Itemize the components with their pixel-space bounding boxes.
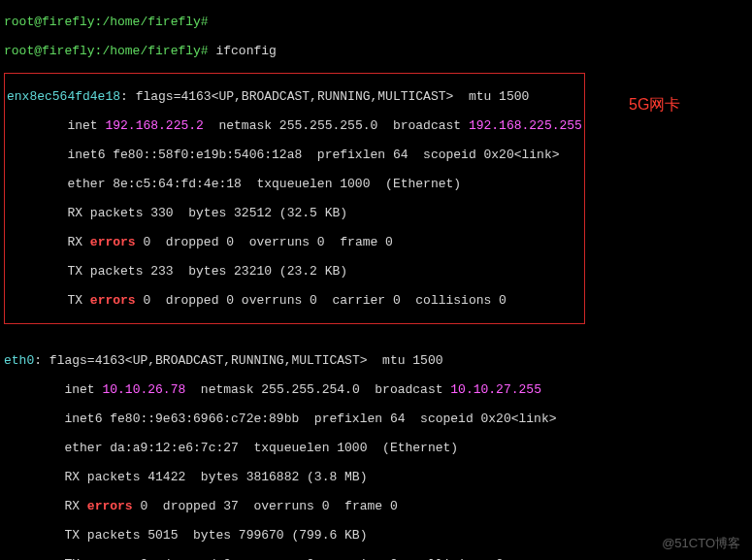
iface-flags: flags=4163<UP,BROADCAST,RUNNING,MULTICAS… bbox=[128, 89, 529, 104]
ip-address: 10.10.26.78 bbox=[102, 382, 185, 397]
rx-errors-line: RX errors 0 dropped 0 overruns 0 frame 0 bbox=[7, 235, 582, 249]
rx-errors-line: RX errors 0 dropped 37 overruns 0 frame … bbox=[4, 499, 748, 513]
inet-line: inet 192.168.225.2 netmask 255.255.255.0… bbox=[7, 118, 582, 133]
prompt: root@firefly:/home/firefly# bbox=[4, 15, 215, 29]
watermark: @51CTO博客 bbox=[662, 536, 740, 550]
prompt-line-1: root@firefly:/home/firefly# bbox=[4, 15, 748, 29]
tx-packets-line: TX packets 5015 bytes 799670 (799.6 KB) bbox=[4, 528, 748, 543]
broadcast-address: 10.10.27.255 bbox=[450, 382, 541, 397]
broadcast-address: 192.168.225.255 bbox=[469, 118, 582, 133]
tx-errors-line: TX errors 0 dropped 0 overruns 0 carrier… bbox=[7, 293, 582, 308]
iface-header: enx8ec564fd4e18: flags=4163<UP,BROADCAST… bbox=[7, 89, 582, 104]
inet6-line: inet6 fe80::9e63:6966:c72e:89bb prefixle… bbox=[4, 412, 748, 426]
ether-line: ether 8e:c5:64:fd:4e:18 txqueuelen 1000 … bbox=[7, 177, 582, 191]
iface-flags: flags=4163<UP,BROADCAST,RUNNING,MULTICAS… bbox=[42, 353, 442, 368]
ether-line: ether da:a9:12:e6:7c:27 txqueuelen 1000 … bbox=[4, 441, 748, 455]
highlight-box-5g: enx8ec564fd4e18: flags=4163<UP,BROADCAST… bbox=[4, 73, 585, 324]
errors-word: errors bbox=[90, 235, 136, 249]
inet6-line: inet6 fe80::58f0:e19b:5406:12a8 prefixle… bbox=[7, 148, 582, 162]
iface-header: eth0: flags=4163<UP,BROADCAST,RUNNING,MU… bbox=[4, 353, 748, 368]
tx-packets-line: TX packets 233 bytes 23210 (23.2 KB) bbox=[7, 264, 582, 279]
ip-address: 192.168.225.2 bbox=[105, 118, 203, 133]
rx-packets-line: RX packets 41422 bytes 3816882 (3.8 MB) bbox=[4, 470, 748, 484]
errors-word: errors bbox=[87, 499, 133, 513]
errors-word: errors bbox=[90, 293, 136, 308]
annotation-5g-card: 5G网卡 bbox=[629, 97, 680, 112]
iface-name: eth0 bbox=[4, 353, 34, 368]
terminal-output: root@firefly:/home/firefly# root@firefly… bbox=[0, 0, 752, 560]
prompt-line-2: root@firefly:/home/firefly# ifconfig bbox=[4, 44, 748, 58]
inet-line: inet 10.10.26.78 netmask 255.255.254.0 b… bbox=[4, 382, 748, 397]
command-text: ifconfig bbox=[215, 44, 276, 58]
iface-name: enx8ec564fd4e18 bbox=[7, 89, 120, 104]
rx-packets-line: RX packets 330 bytes 32512 (32.5 KB) bbox=[7, 206, 582, 220]
prompt: root@firefly:/home/firefly# bbox=[4, 44, 215, 58]
